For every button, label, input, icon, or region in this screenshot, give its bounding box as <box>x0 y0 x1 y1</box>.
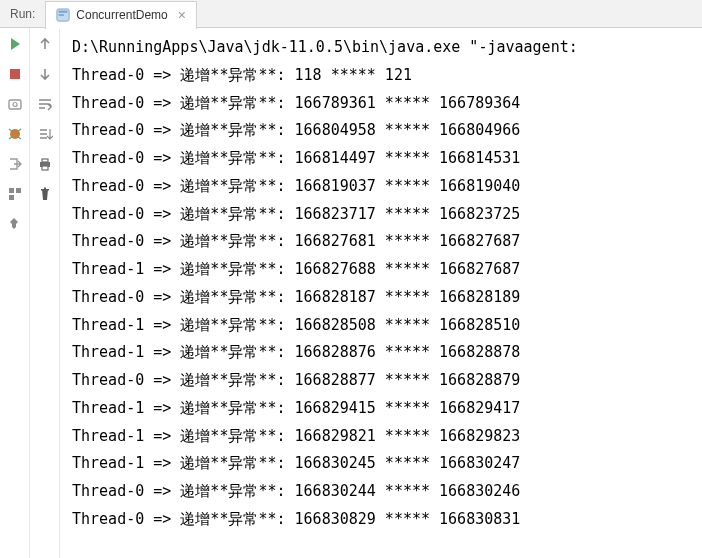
rerun-button[interactable] <box>7 36 23 52</box>
dump-threads-icon[interactable] <box>7 96 23 112</box>
output-line: Thread-0 => 递增**异常**: 166828187 ***** 16… <box>72 284 692 312</box>
output-line: Thread-0 => 递增**异常**: 166828877 ***** 16… <box>72 367 692 395</box>
console-output[interactable]: D:\RunningApps\Java\jdk-11.0.5\bin\java.… <box>60 28 702 558</box>
clear-all-icon[interactable] <box>37 186 53 202</box>
command-line: D:\RunningApps\Java\jdk-11.0.5\bin\java.… <box>72 34 692 62</box>
svg-point-5 <box>13 103 17 107</box>
output-line: Thread-1 => 递增**异常**: 166828508 ***** 16… <box>72 312 692 340</box>
run-label: Run: <box>0 7 45 21</box>
left-gutter-secondary <box>30 28 60 558</box>
scroll-to-end-icon[interactable] <box>37 126 53 142</box>
output-line: Thread-0 => 递增**异常**: 166789361 ***** 16… <box>72 90 692 118</box>
output-line: Thread-0 => 递增**异常**: 166804958 ***** 16… <box>72 117 692 145</box>
output-line: Thread-0 => 递增**异常**: 166830829 ***** 16… <box>72 506 692 534</box>
main-area: D:\RunningApps\Java\jdk-11.0.5\bin\java.… <box>0 28 702 558</box>
tab-concurrentdemo[interactable]: ConcurrentDemo × <box>45 1 197 29</box>
svg-rect-2 <box>59 14 64 16</box>
svg-rect-14 <box>44 188 46 190</box>
scroll-down-icon[interactable] <box>37 66 53 82</box>
output-line: Thread-1 => 递增**异常**: 166828876 ***** 16… <box>72 339 692 367</box>
tab-label: ConcurrentDemo <box>76 8 167 22</box>
output-line: Thread-1 => 递增**异常**: 166827688 ***** 16… <box>72 256 692 284</box>
pin-icon[interactable] <box>7 216 23 232</box>
output-line: Thread-0 => 递增**异常**: 166827681 ***** 16… <box>72 228 692 256</box>
run-tool-window-header: Run: ConcurrentDemo × <box>0 0 702 28</box>
svg-rect-9 <box>9 195 14 200</box>
output-line: Thread-1 => 递增**异常**: 166829821 ***** 16… <box>72 423 692 451</box>
output-line: Thread-1 => 递增**异常**: 166830245 ***** 16… <box>72 450 692 478</box>
output-line: Thread-0 => 递增**异常**: 166819037 ***** 16… <box>72 173 692 201</box>
scroll-up-icon[interactable] <box>37 36 53 52</box>
svg-rect-13 <box>41 189 49 191</box>
left-gutter-primary <box>0 28 30 558</box>
debug-break-icon[interactable] <box>7 126 23 142</box>
soft-wrap-icon[interactable] <box>37 96 53 112</box>
svg-rect-7 <box>9 188 14 193</box>
svg-rect-12 <box>42 166 48 170</box>
svg-rect-11 <box>42 159 48 162</box>
output-line: Thread-1 => 递增**异常**: 166829415 ***** 16… <box>72 395 692 423</box>
print-icon[interactable] <box>37 156 53 172</box>
output-line: Thread-0 => 递增**异常**: 118 ***** 121 <box>72 62 692 90</box>
output-line: Thread-0 => 递增**异常**: 166830244 ***** 16… <box>72 478 692 506</box>
run-config-icon <box>56 8 70 22</box>
exit-icon[interactable] <box>7 156 23 172</box>
output-line: Thread-0 => 递增**异常**: 166814497 ***** 16… <box>72 145 692 173</box>
layout-icon[interactable] <box>7 186 23 202</box>
svg-rect-3 <box>10 69 20 79</box>
svg-rect-4 <box>9 100 21 109</box>
svg-rect-1 <box>59 11 68 13</box>
output-line: Thread-0 => 递增**异常**: 166823717 ***** 16… <box>72 201 692 229</box>
svg-rect-8 <box>16 188 21 193</box>
close-icon[interactable]: × <box>178 8 186 22</box>
stop-button[interactable] <box>7 66 23 82</box>
